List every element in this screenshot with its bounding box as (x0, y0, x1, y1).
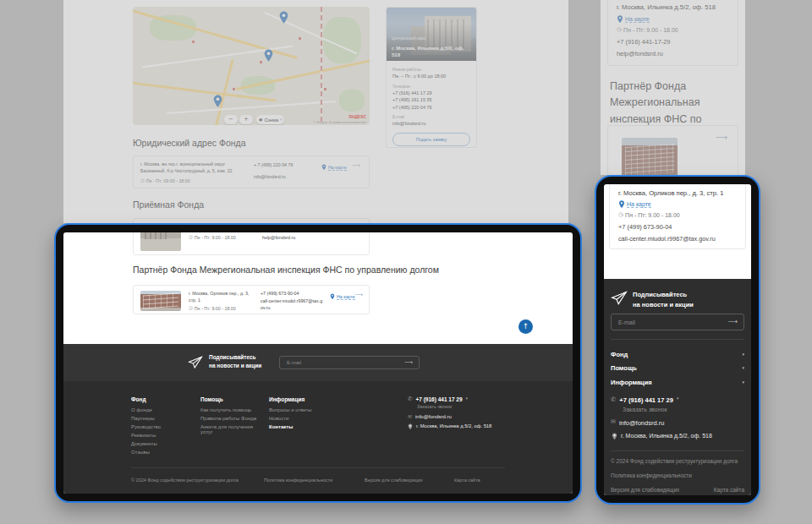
footer-phone[interactable]: +7 (916) 441 17 29 (619, 396, 673, 404)
phone-screen: г. Москва, Орликов пер., д. 3, стр. 1 На… (604, 184, 751, 495)
contacts-map[interactable]: − + ◉ Схема ▾ ЯНДЕКС © Яндекс Условия ис… (133, 7, 370, 125)
office-email-link[interactable]: help@fondsrd.ru (617, 50, 663, 57)
footer-address-row[interactable]: г. Москва, Ильинка д.5/2, оф. 518 (612, 433, 712, 440)
office-address: г. Москва, Ильинка д.5/2, оф. 518 (392, 45, 469, 58)
map-metro-marker (233, 88, 235, 90)
office-map-link[interactable]: На карте (617, 15, 650, 24)
accessibility-link[interactable]: Версия для слабовидящих (365, 478, 423, 483)
footer-column-title: Информация (269, 396, 335, 402)
map-metro-marker (260, 61, 262, 63)
subscribe-submit-arrow[interactable]: ⟶ (398, 360, 419, 366)
copyright-text: © 2024 Фонд содействия реструктуризации … (611, 458, 738, 464)
office-hours-row: ◷ Пн - Пт: 9.00 - 18.00 (617, 27, 678, 33)
phone-icon: ✆ (408, 396, 412, 402)
partner-email-link[interactable]: call-center.miudol.r9967@tax.gov.ru (618, 235, 716, 243)
subscribe-form: ⟶ (611, 314, 744, 330)
footer-link[interactable]: Правила работы Фонда (200, 416, 266, 421)
map-pin-icon[interactable] (263, 49, 274, 63)
mail-icon: ✉ (408, 414, 412, 419)
partner-hours-text: Пн - Пт: 9.00 - 18.00 (195, 306, 236, 311)
legal-email-link[interactable]: info@fondsrd.ru (254, 174, 286, 181)
footer-link[interactable]: Документы (131, 441, 197, 446)
cut-off-element (531, 0, 548, 3)
legal-map-link[interactable]: На карте (321, 164, 347, 171)
chevron-down-icon: ▾ (742, 366, 744, 370)
partner-map-link[interactable]: На карте (618, 200, 651, 209)
arrow-right-icon[interactable]: ⟶ (354, 292, 363, 298)
subscribe-email-input[interactable] (612, 319, 722, 325)
sitemap-link[interactable]: Карта сайта (454, 478, 480, 483)
phone-link[interactable]: +7 (495) 161 15 55 (392, 96, 470, 104)
map-pin-icon[interactable] (212, 95, 223, 108)
footer-email-row[interactable]: ✉ info@fondsrd.ru (611, 419, 664, 427)
mobile-page-preview: г. Москва, Ильинка д.5/2, оф. 518 На кар… (601, 0, 745, 175)
privacy-link[interactable]: Политика конфиденциальности (611, 472, 692, 478)
arrow-right-icon[interactable]: ⟶ (352, 163, 360, 169)
footer-column-title: Фонд (131, 396, 197, 402)
subscribe-email-input[interactable] (280, 360, 398, 365)
footer-link[interactable]: Руководство (131, 424, 197, 429)
partner-email-link[interactable]: call-center.miudol.r9967@tax.gov.ru (261, 298, 325, 312)
footer-phone[interactable]: +7 (916) 441 17 29 (415, 396, 462, 402)
subscribe-submit-arrow[interactable]: ⟶ (722, 319, 743, 325)
footer-address[interactable]: г. Москва, Ильинка д.5/2, оф. 518 (416, 423, 491, 428)
footer-email-row[interactable]: ✉ info@fondsrd.ru (408, 414, 509, 419)
map-zoom-out-button[interactable]: − (224, 115, 238, 124)
footer-link[interactable]: О фонде (131, 407, 197, 412)
map-pin-icon (612, 433, 617, 440)
sitemap-link[interactable]: Карта сайта (714, 487, 744, 493)
callback-link[interactable]: Заказать звонок (623, 407, 667, 412)
accessibility-link[interactable]: Версия для слабовидящих (611, 487, 679, 493)
legal-phone-link[interactable]: + 7 (495) 220 04 76 (254, 162, 293, 169)
footer-email[interactable]: info@fondsrd.ru (415, 414, 452, 419)
footer-link[interactable]: Реквизиты (131, 433, 197, 438)
footer-email[interactable]: info@fondsrd.ru (619, 419, 664, 427)
phone-link[interactable]: +7 (495) 220 04 76 (392, 104, 470, 112)
accordion-help[interactable]: Помощь▾ (611, 362, 744, 374)
partner-map-link[interactable]: На карте (330, 293, 355, 300)
footer-phone-row[interactable]: ✆ +7 (916) 441 17 29 ▾ (408, 396, 509, 402)
footer-address-row[interactable]: г. Москва, Ильинка д.5/2, оф. 518 (408, 423, 509, 430)
map-zoom-in-button[interactable]: + (239, 115, 253, 124)
map-terms-link[interactable]: © Яндекс Условия использования (313, 120, 366, 124)
partner-hours-row: ◷ Пн - Пт: 9.00 - 18.00 (618, 212, 680, 218)
chevron-down-icon: ▾ (742, 352, 744, 357)
mobile-office-card: г. Москва, Ильинка д.5/2, оф. 518 На кар… (607, 0, 738, 66)
reception-email-link[interactable]: help@fondsrd.ru (262, 235, 295, 242)
privacy-link[interactable]: Политика конфиденциальности (264, 478, 332, 483)
scroll-to-top-button[interactable]: ↑ (518, 319, 533, 334)
accordion-fond[interactable]: Фонд▾ (611, 348, 744, 360)
email-link[interactable]: info@fondsrd.ru (392, 120, 470, 128)
office-address-text: г. Москва, Ильинка д.5/2, оф. 518 (617, 3, 716, 11)
accordion-info[interactable]: Информация▾ (611, 376, 744, 388)
footer-contacts: ✆ +7 (916) 441 17 29 ▾ Заказать звонок ✉… (408, 396, 509, 430)
footer-link-active[interactable]: Контакты (269, 424, 335, 429)
footer-column-title: Помощь (200, 396, 266, 402)
footer-phone-row[interactable]: ✆ +7 (916) 441 17 29 ▾ (611, 396, 678, 404)
reception-hours-text: Пн - Пт: 9.00 - 18.00 (195, 235, 236, 240)
desktop-page-preview: − + ◉ Схема ▾ ЯНДЕКС © Яндекс Условия ис… (63, 0, 568, 223)
footer-link[interactable]: Вопросы и ответы (269, 407, 335, 412)
phone-link[interactable]: +7 (916) 441 17 29 (392, 90, 470, 97)
map-layers-button[interactable]: ◉ Схема ▾ (256, 115, 284, 124)
reception-card: ◷ Пн - Пт: 9.00 - 18.00 help@fondsrd.ru (133, 232, 370, 255)
partner-building-image (622, 138, 678, 175)
footer-link[interactable]: Партнеры (131, 416, 197, 421)
callback-link[interactable]: Заказать звонок (417, 404, 509, 409)
footer-link[interactable]: Отзывы (131, 450, 197, 455)
footer-link[interactable]: Новости (269, 416, 335, 421)
partner-phone-link[interactable]: +7 (499) 673-90-04 (261, 291, 299, 297)
map-road (167, 101, 336, 114)
office-phone-link[interactable]: +7 (916) 441-17-29 (617, 38, 670, 46)
tablet-device-frame: ◷ Пн - Пт: 9.00 - 18.00 help@fondsrd.ru … (54, 223, 582, 503)
arrow-right-icon[interactable]: ⟶ (716, 134, 727, 142)
submit-request-button[interactable]: Подать заявку (392, 133, 470, 146)
map-pin-icon[interactable] (278, 11, 289, 25)
partner-phone-link[interactable]: +7 (499) 673-90-04 (618, 223, 672, 231)
subscribe-band: Подписывайтесь на новости и акции ⟶ (63, 344, 573, 381)
subscribe-title: Подписывайтесь на новости и акции (633, 290, 694, 310)
footer-link[interactable]: Как получить помощь (200, 407, 266, 412)
footer-link[interactable]: Анкета для получения услуг (200, 424, 266, 434)
footer-address[interactable]: г. Москва, Ильинка д.5/2, оф. 518 (621, 433, 712, 439)
footer-column-fond: Фонд О фонде Партнеры Руководство Реквиз… (131, 396, 197, 455)
